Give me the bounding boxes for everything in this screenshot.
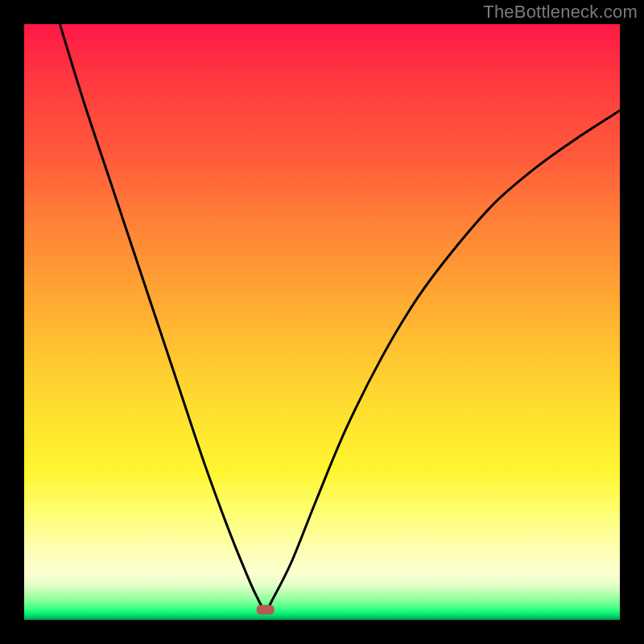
curve-svg bbox=[24, 24, 620, 620]
minimum-marker bbox=[257, 605, 275, 614]
plot-area bbox=[24, 24, 620, 620]
bottleneck-curve bbox=[60, 24, 620, 609]
chart-frame: TheBottleneck.com bbox=[0, 0, 644, 644]
watermark-text: TheBottleneck.com bbox=[483, 2, 638, 23]
